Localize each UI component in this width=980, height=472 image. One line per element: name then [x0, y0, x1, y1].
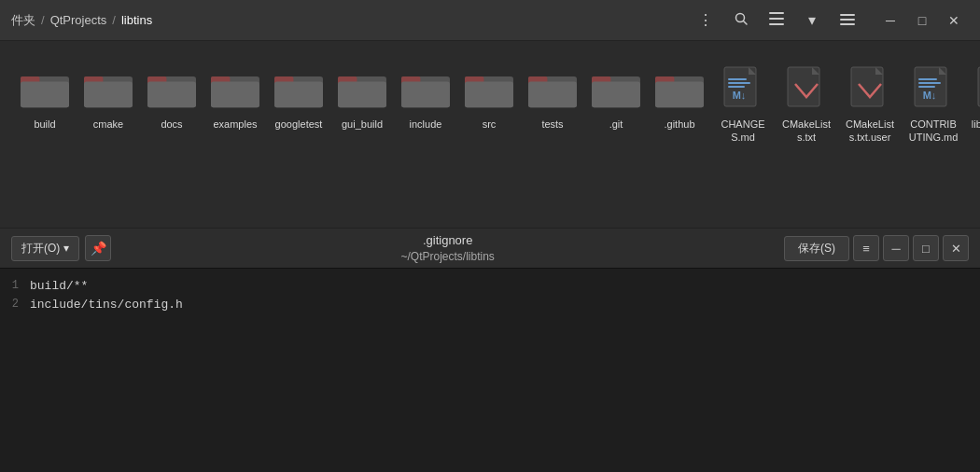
file-item[interactable]: CMakeLists.txt: [777, 56, 836, 150]
top-bar: 件夹 / QtProjects / libtins ⋮: [0, 0, 980, 41]
file-item[interactable]: docs: [142, 56, 202, 136]
file-item[interactable]: build: [15, 56, 75, 136]
file-name: build: [34, 118, 55, 131]
svg-rect-34: [528, 82, 577, 108]
breadcrumb-current[interactable]: libtins: [121, 13, 152, 27]
editor-left-controls: 打开(O) ▾ 📌: [11, 235, 111, 261]
file-item[interactable]: libtins.pc.in: [967, 56, 980, 136]
file-icon: [780, 62, 833, 114]
line-content[interactable]: include/tins/config.h: [30, 298, 183, 312]
editor-filename: .gitignore: [111, 232, 784, 249]
svg-rect-6: [840, 19, 855, 21]
file-item[interactable]: M↓ CHANGES.md: [713, 56, 773, 150]
pin-button[interactable]: 📌: [85, 235, 111, 261]
open-dropdown-icon: ▾: [63, 242, 69, 255]
breadcrumb-root[interactable]: 件夹: [11, 12, 35, 29]
svg-text:M↓: M↓: [733, 90, 747, 101]
file-item[interactable]: tests: [523, 56, 582, 136]
svg-rect-40: [655, 82, 704, 108]
open-label: 打开(O): [21, 241, 60, 257]
maximize-button[interactable]: □: [907, 7, 937, 34]
line-content[interactable]: build/**: [30, 279, 88, 293]
svg-text:M↓: M↓: [923, 90, 937, 101]
file-name: cmake: [93, 118, 123, 131]
file-name: src: [483, 118, 497, 131]
file-name: gui_build: [342, 118, 383, 131]
file-item[interactable]: src: [459, 56, 519, 136]
breadcrumb-middle[interactable]: QtProjects: [50, 13, 107, 27]
file-name: .git: [609, 118, 623, 131]
svg-rect-22: [274, 82, 323, 108]
editor-filepath: ~/QtProjects/libtins: [111, 249, 784, 265]
svg-rect-28: [401, 82, 450, 108]
file-icon: M↓: [717, 62, 769, 114]
folder-icon: [82, 62, 134, 114]
folder-icon: [463, 62, 515, 114]
more-button[interactable]: ⋮: [691, 7, 721, 34]
folder-icon: [653, 62, 706, 114]
file-item[interactable]: .github: [650, 56, 709, 136]
file-name: libtins.pc.in: [972, 118, 980, 131]
menu-button[interactable]: [833, 7, 862, 34]
folder-icon: [146, 62, 198, 114]
file-name: include: [410, 118, 442, 131]
svg-rect-7: [840, 23, 855, 25]
folder-icon: [19, 62, 71, 114]
file-item[interactable]: CMakeLists.txt.user: [840, 56, 900, 150]
folder-icon: [399, 62, 452, 114]
close-button[interactable]: ✕: [939, 7, 969, 34]
chevron-down-icon: ▾: [808, 11, 816, 29]
file-item[interactable]: M↓ CONTRIBUTING.md: [903, 56, 963, 150]
code-line: 1build/**: [0, 276, 980, 295]
file-name: CMakeLists.txt: [780, 118, 833, 145]
svg-rect-3: [769, 18, 784, 20]
list-icon: [769, 12, 784, 29]
svg-rect-19: [211, 82, 259, 108]
editor-close-button[interactable]: ✕: [943, 235, 969, 261]
folder-icon: [526, 62, 579, 114]
folder-icon: [590, 62, 642, 114]
close-icon: ✕: [948, 13, 959, 28]
file-item[interactable]: gui_build: [332, 56, 392, 136]
file-item[interactable]: examples: [205, 56, 265, 136]
file-name: CONTRIBUTING.md: [907, 118, 959, 145]
file-grid: build cmake docs examples googletest gui…: [15, 56, 965, 150]
editor-right-controls: 保存(S) ≡ ─ □ ✕: [784, 235, 969, 261]
svg-rect-10: [21, 82, 69, 108]
save-button[interactable]: 保存(S): [784, 236, 849, 261]
editor-title: .gitignore ~/QtProjects/libtins: [111, 232, 784, 265]
file-item[interactable]: .git: [586, 56, 646, 136]
view-list-button[interactable]: [762, 7, 791, 34]
svg-rect-53: [918, 78, 937, 80]
editor-minimize-button[interactable]: ─: [883, 235, 909, 261]
editor-menu-icon: ≡: [862, 242, 870, 256]
svg-line-1: [744, 21, 748, 24]
top-bar-actions: ⋮ ▾: [691, 7, 969, 34]
svg-rect-31: [465, 82, 513, 108]
file-name: CHANGES.md: [717, 118, 769, 145]
svg-rect-16: [147, 82, 196, 108]
file-icon: [971, 62, 980, 114]
svg-rect-43: [728, 78, 747, 80]
search-button[interactable]: [726, 7, 756, 34]
file-name: tests: [541, 118, 563, 131]
svg-rect-2: [769, 12, 784, 14]
editor-maximize-button[interactable]: □: [913, 235, 939, 261]
minimize-button[interactable]: ─: [875, 7, 905, 34]
editor-menu-button[interactable]: ≡: [853, 235, 879, 261]
file-item[interactable]: include: [396, 56, 455, 136]
window-controls: ─ □ ✕: [875, 7, 969, 34]
file-icon: [844, 62, 896, 114]
file-item[interactable]: googletest: [269, 56, 329, 136]
line-number: 2: [0, 298, 30, 311]
code-editor[interactable]: 1build/**2include/tins/config.h: [0, 269, 980, 472]
sep1: /: [41, 13, 45, 27]
view-dropdown-button[interactable]: ▾: [797, 7, 827, 34]
folder-icon: [273, 62, 325, 114]
folder-icon: [336, 62, 388, 114]
folder-icon: [209, 62, 261, 114]
editor-minimize-icon: ─: [891, 242, 900, 256]
file-item[interactable]: cmake: [78, 56, 138, 136]
editor-titlebar: 打开(O) ▾ 📌 .gitignore ~/QtProjects/libtin…: [0, 228, 980, 269]
open-button[interactable]: 打开(O) ▾: [11, 236, 79, 261]
